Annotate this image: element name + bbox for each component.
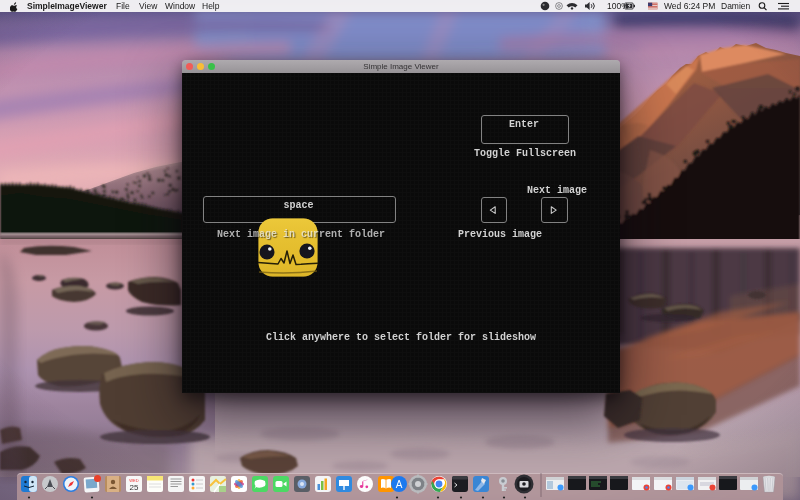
svg-text:A: A xyxy=(396,479,403,490)
svg-text:25: 25 xyxy=(130,483,139,492)
